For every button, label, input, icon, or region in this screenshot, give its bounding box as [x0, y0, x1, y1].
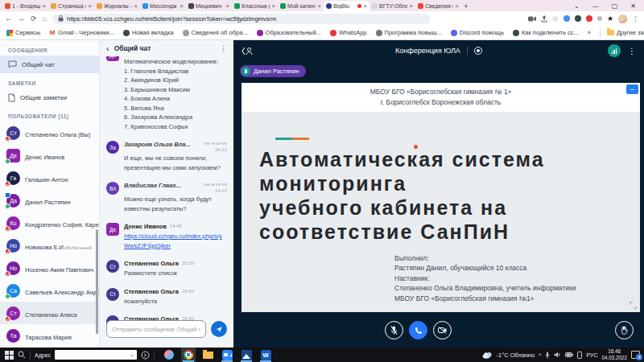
forward-icon[interactable]: → [18, 15, 25, 23]
tab-close-icon[interactable]: × [455, 2, 459, 10]
browser-menu-kebab-icon[interactable]: ⋮ [632, 14, 639, 23]
extension-gray-icon[interactable] [597, 16, 602, 21]
tab-close-icon[interactable]: × [363, 2, 367, 10]
maximize-window-icon[interactable]: ▢ [612, 2, 618, 10]
bookmarks-overflow-icon[interactable]: » [588, 29, 591, 36]
hidden-icons-chevron[interactable]: ^ [539, 352, 541, 358]
hide-userlist-icon[interactable] [242, 47, 254, 56]
browser-tab[interactable]: Мессендж× [140, 1, 186, 11]
user-list-item[interactable]: ДаДанил Растяпин [0, 189, 99, 212]
bookmark-item[interactable]: Программа повыш... [376, 29, 442, 36]
action-center-icon[interactable]: 4 [631, 351, 640, 359]
webcam-button[interactable] [433, 321, 452, 339]
extension-blue-icon[interactable] [564, 15, 570, 22]
browser-tab[interactable]: Сведения о× [415, 1, 461, 11]
chat-back-icon[interactable]: ‹ [106, 44, 109, 53]
extension-dark-icon[interactable] [575, 15, 581, 22]
weather-text[interactable]: -1°C Облачно [497, 352, 535, 359]
video-call-icon[interactable] [528, 16, 536, 22]
tray-battery-icon[interactable] [565, 352, 573, 357]
bookmark-item[interactable]: Как подключить сс... [513, 29, 579, 36]
profile-avatar[interactable] [618, 14, 627, 23]
tray-mic-icon[interactable] [545, 352, 550, 359]
bookmark-star-icon[interactable]: ☆ [552, 14, 559, 23]
share-icon[interactable] [541, 15, 547, 23]
address-toolbar-input[interactable]: ⌄ [55, 350, 137, 360]
user-list-item[interactable]: КоКондратенко София, Карев... [0, 212, 99, 234]
taskbar-search-icon[interactable] [18, 351, 26, 359]
language-indicator[interactable]: РУС [586, 352, 597, 358]
browser-tab[interactable]: 1 - Входящ× [2, 1, 48, 11]
minimize-presentation-button[interactable]: – [626, 84, 638, 94]
word-taskbar-button[interactable] [258, 348, 273, 362]
browser-tab[interactable]: BigBlu× [324, 1, 369, 11]
tabs-dropdown-icon[interactable]: ⌄ [574, 2, 580, 10]
browser-tab[interactable]: Мицкевич× [186, 1, 232, 11]
home-icon[interactable]: ⌂ [43, 15, 47, 23]
message-link[interactable]: https://cloud.cchgeu.ru/index.php/s/yWws… [124, 232, 227, 250]
bookmark-item[interactable]: Сведения об обра... [183, 29, 248, 36]
file-explorer-taskbar-button[interactable] [200, 348, 215, 362]
fullscreen-icon[interactable] [630, 302, 637, 309]
record-indicator-icon[interactable] [474, 47, 482, 55]
tab-close-icon[interactable]: × [42, 2, 46, 10]
extension-red-icon[interactable] [586, 15, 592, 22]
other-bookmarks-button[interactable]: Другие закладки [607, 29, 644, 36]
options-kebab-icon[interactable]: ⋮ [628, 47, 636, 56]
connection-status-icon[interactable] [608, 44, 621, 57]
user-list-item[interactable]: СтСтепаненко Алиса [0, 302, 99, 324]
user-list-item[interactable]: НоНосенко Аким Павлович [0, 257, 99, 279]
bookmark-item[interactable]: Сервисы [6, 29, 40, 36]
tab-close-icon[interactable]: × [180, 2, 184, 10]
new-tab-button[interactable]: + [461, 2, 471, 11]
bookmark-item[interactable]: Образовательный... [257, 29, 321, 36]
talking-indicator-pill[interactable]: Данил Растяпин [240, 65, 306, 77]
weather-widget-taskbar-button[interactable] [162, 348, 176, 362]
bookmark-item[interactable]: MGmail - Черновики... [49, 29, 114, 36]
start-button[interactable] [5, 351, 14, 360]
extensions-icon[interactable]: ★ [607, 14, 613, 23]
weather-cloud-icon[interactable] [482, 352, 493, 359]
bookmark-item[interactable]: Новая вкладка [123, 29, 174, 36]
browser-tab[interactable]: Журналы -× [94, 1, 140, 11]
user-list-item[interactable]: СтСтепаненко Ольга (Вы) [0, 121, 99, 144]
taskbar-clock[interactable]: 16:46 04.03.2022 [601, 348, 627, 362]
raise-hand-button[interactable] [615, 321, 634, 339]
user-list-item[interactable]: ТаТарасова Мария [0, 324, 99, 347]
tab-close-icon[interactable]: × [317, 2, 321, 10]
audio-button[interactable] [409, 321, 427, 339]
tab-close-icon[interactable]: × [225, 2, 229, 10]
chat-menu-kebab-icon[interactable]: ⋮ [220, 44, 227, 52]
user-list-item[interactable]: ГаГалашин Антон [0, 167, 99, 189]
close-window-icon[interactable]: ✕ [630, 2, 636, 10]
address-bar[interactable]: https://bbb05.vcs.cchgeu.ru/html5client/… [52, 14, 431, 24]
reload-icon[interactable]: ⟳ [31, 15, 37, 23]
tab-close-icon[interactable]: × [409, 2, 413, 10]
user-list-item[interactable]: ДеДенис Иванов [0, 144, 99, 167]
minimize-window-icon[interactable]: — [592, 2, 599, 10]
chat-message-input[interactable] [106, 320, 206, 338]
tab-close-icon[interactable]: × [271, 2, 275, 10]
tray-device-icon[interactable] [577, 352, 582, 359]
browser-tab[interactable]: Страница ж× [48, 1, 94, 11]
send-message-button[interactable] [211, 321, 227, 337]
back-icon[interactable]: ← [5, 15, 12, 23]
tray-volume-icon[interactable] [554, 352, 561, 358]
bookmark-item[interactable]: WhatsApp [330, 29, 367, 36]
chrome-taskbar-button[interactable] [181, 348, 196, 362]
user-list-item[interactable]: НоНовикова Е.И.Мобильный [0, 234, 99, 257]
photos-taskbar-button[interactable] [239, 348, 254, 362]
tab-close-icon[interactable]: × [88, 2, 92, 10]
address-go-icon[interactable] [141, 351, 150, 360]
video-conference-taskbar-button[interactable] [220, 348, 234, 362]
tab-close-icon[interactable]: × [134, 2, 138, 10]
sidebar-scrollbar[interactable] [96, 229, 98, 334]
bookmark-item[interactable]: Discord помощь [451, 29, 504, 36]
browser-tab[interactable]: Мой кален× [278, 1, 324, 11]
browser-tab[interactable]: Классные р× [232, 1, 278, 11]
user-list-item[interactable]: СаСавельев Александр Андр... [0, 279, 99, 302]
sidebar-item-public-chat[interactable]: Общий чат [0, 56, 99, 73]
browser-tab[interactable]: ВГТУ:Обла× [369, 1, 415, 11]
sidebar-item-shared-notes[interactable]: Общие заметки [0, 88, 99, 106]
mute-button[interactable] [385, 321, 403, 339]
